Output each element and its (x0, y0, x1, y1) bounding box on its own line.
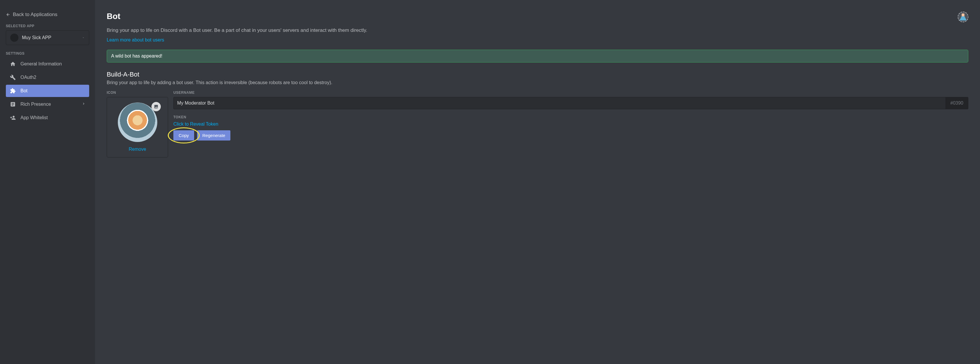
nav-app-whitelist[interactable]: App Whitelist (6, 112, 89, 124)
nav-rich-presence[interactable]: Rich Presence (6, 98, 89, 111)
arrow-left-icon (6, 12, 11, 17)
username-field-label: USERNAME (173, 90, 968, 95)
nav-label: Bot (21, 88, 27, 93)
learn-more-link[interactable]: Learn more about bot users (107, 37, 164, 43)
copy-token-button[interactable]: Copy (173, 130, 194, 141)
chevron-right-icon (81, 102, 86, 107)
nav-general-information[interactable]: General Information (6, 58, 89, 70)
remove-icon-link[interactable]: Remove (129, 147, 146, 152)
page-title: Bot (107, 12, 121, 21)
nav-label: General Information (21, 61, 62, 66)
document-icon (10, 101, 16, 108)
icon-section: ICON Remove (107, 90, 168, 157)
success-banner: A wild bot has appeared! (107, 50, 968, 63)
person-add-icon (10, 114, 16, 121)
puzzle-icon (10, 87, 16, 94)
app-name: Muy Sick APP (22, 35, 82, 40)
app-avatar (10, 33, 18, 42)
settings-label: SETTINGS (6, 51, 89, 55)
username-input[interactable] (173, 97, 945, 109)
sidebar: Back to Applications SELECTED APP Muy Si… (0, 0, 95, 364)
back-label: Back to Applications (13, 12, 57, 17)
app-selector-dropdown[interactable]: Muy Sick APP (6, 30, 89, 45)
nav-label: App Whitelist (21, 115, 48, 120)
icon-field-label: ICON (107, 90, 168, 95)
nav-oauth2[interactable]: OAuth2 (6, 71, 89, 84)
icon-upload-box[interactable]: Remove (107, 97, 168, 157)
nav-bot[interactable]: Bot (6, 85, 89, 97)
home-icon (10, 60, 16, 68)
page-description: Bring your app to life on Discord with a… (107, 27, 968, 33)
discriminator: #0390 (945, 97, 968, 109)
nav-label: OAuth2 (21, 75, 36, 80)
caret-down-icon (82, 35, 85, 40)
user-avatar[interactable] (958, 12, 968, 22)
copy-highlight-annotation: Copy (173, 130, 194, 141)
wrench-icon (10, 74, 16, 81)
main-content: Bot Bring your app to life on Discord wi… (95, 0, 980, 364)
back-to-applications-link[interactable]: Back to Applications (6, 12, 89, 17)
build-a-bot-title: Build-A-Bot (107, 71, 968, 78)
username-section: USERNAME #0390 TOKEN Click to Reveal Tok… (173, 90, 968, 141)
username-input-wrap: #0390 (173, 97, 968, 109)
upload-image-icon[interactable] (151, 102, 161, 111)
bot-avatar-image (118, 103, 157, 142)
regenerate-token-button[interactable]: Regenerate (197, 130, 231, 141)
token-field-label: TOKEN (173, 115, 968, 119)
reveal-token-link[interactable]: Click to Reveal Token (173, 122, 218, 127)
build-a-bot-desc: Bring your app to life by adding a bot u… (107, 80, 968, 85)
nav-label: Rich Presence (21, 102, 51, 107)
selected-app-label: SELECTED APP (6, 24, 89, 28)
